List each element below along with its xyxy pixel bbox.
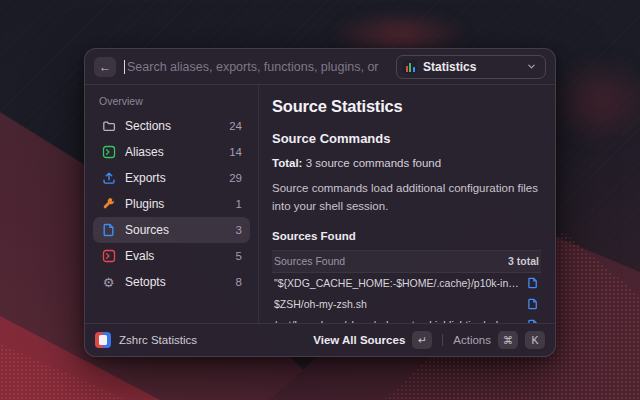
- total-line: Total: 3 source commands found: [272, 157, 541, 169]
- sidebar-item-count: 29: [229, 172, 242, 184]
- sidebar-item-label: Exports: [125, 171, 229, 185]
- sidebar-item-aliases[interactable]: Aliases 14: [93, 139, 250, 165]
- sidebar-item-count: 1: [236, 198, 242, 210]
- back-arrow-icon: ←: [99, 60, 111, 74]
- launcher-window: ← Statistics Overview Sections 24: [84, 48, 556, 357]
- back-button[interactable]: ←: [94, 57, 116, 77]
- sidebar-item-label: Sections: [125, 119, 229, 133]
- primary-action-button[interactable]: View All Sources: [313, 334, 405, 346]
- mode-dropdown[interactable]: Statistics: [396, 55, 546, 79]
- document-icon: [101, 223, 116, 238]
- chevron-down-icon: [527, 62, 536, 71]
- list-heading: Sources Found: [272, 230, 541, 242]
- table-header-label: Sources Found: [274, 255, 345, 267]
- cmd-keycap[interactable]: ⌘: [498, 331, 518, 349]
- wallpaper-glow-right: [545, 55, 640, 145]
- mode-dropdown-label: Statistics: [423, 60, 521, 74]
- app-icon: [95, 332, 111, 348]
- sidebar-item-count: 14: [229, 146, 242, 158]
- app-name: Zshrc Statistics: [119, 334, 197, 346]
- upload-icon: [101, 171, 116, 186]
- actions-menu-button[interactable]: Actions: [453, 334, 491, 346]
- sidebar-item-label: Setopts: [125, 275, 236, 289]
- sidebar: Overview Sections 24 Aliases 14 Exp: [85, 85, 259, 323]
- sidebar-item-count: 5: [236, 250, 242, 262]
- total-value: 3 source commands found: [302, 157, 441, 169]
- action-bar: Zshrc Statistics View All Sources ↵ Acti…: [85, 323, 555, 356]
- sidebar-item-count: 24: [229, 120, 242, 132]
- sidebar-item-count: 3: [236, 224, 242, 236]
- sidebar-item-count: 8: [236, 276, 242, 288]
- wrench-icon: [101, 197, 116, 212]
- page-title: Source Statistics: [272, 97, 541, 116]
- sidebar-item-plugins[interactable]: Plugins 1: [93, 191, 250, 217]
- sidebar-section-label: Overview: [93, 93, 250, 113]
- sidebar-item-exports[interactable]: Exports 29: [93, 165, 250, 191]
- sources-table: Sources Found 3 total "${XDG_CACHE_HOME:…: [272, 250, 541, 323]
- terminal-icon: [101, 249, 116, 264]
- footer-divider: [442, 334, 443, 346]
- table-header-count: 3 total: [508, 255, 539, 267]
- sidebar-item-evals[interactable]: Evals 5: [93, 243, 250, 269]
- sidebar-item-sections[interactable]: Sections 24: [93, 113, 250, 139]
- document-icon: [527, 298, 539, 310]
- section-heading: Source Commands: [272, 131, 541, 146]
- sidebar-item-label: Evals: [125, 249, 236, 263]
- table-row[interactable]: "${XDG_CACHE_HOME:-$HOME/.cache}/p10k-in…: [272, 273, 541, 294]
- search-header: ← Statistics: [85, 49, 555, 85]
- sidebar-item-label: Sources: [125, 223, 236, 237]
- source-path: "${XDG_CACHE_HOME:-$HOME/.cache}/p10k-in…: [274, 277, 519, 289]
- sidebar-item-label: Aliases: [125, 145, 229, 159]
- sidebar-item-setopts[interactable]: ⚙ Setopts 8: [93, 269, 250, 295]
- detail-pane: Source Statistics Source Commands Total:…: [259, 85, 555, 323]
- enter-keycap[interactable]: ↵: [412, 331, 432, 349]
- bar-chart-icon: [403, 60, 417, 74]
- terminal-icon: [101, 145, 116, 160]
- k-keycap[interactable]: K: [525, 331, 545, 349]
- folder-icon: [101, 119, 116, 134]
- total-label: Total:: [272, 157, 302, 169]
- search-input[interactable]: [125, 60, 396, 74]
- sidebar-item-label: Plugins: [125, 197, 236, 211]
- sidebar-item-sources[interactable]: Sources 3: [93, 217, 250, 243]
- window-body: Overview Sections 24 Aliases 14 Exp: [85, 85, 555, 323]
- sources-table-header: Sources Found 3 total: [272, 251, 541, 273]
- table-row[interactable]: $ZSH/oh-my-zsh.sh: [272, 294, 541, 315]
- source-path: $ZSH/oh-my-zsh.sh: [274, 298, 519, 310]
- description-text: Source commands load additional configur…: [272, 180, 541, 216]
- document-icon: [527, 277, 539, 289]
- gear-icon: ⚙: [101, 275, 116, 290]
- table-row[interactable]: /opt/homebrew/share/zsh-syntax-highlight…: [272, 315, 541, 323]
